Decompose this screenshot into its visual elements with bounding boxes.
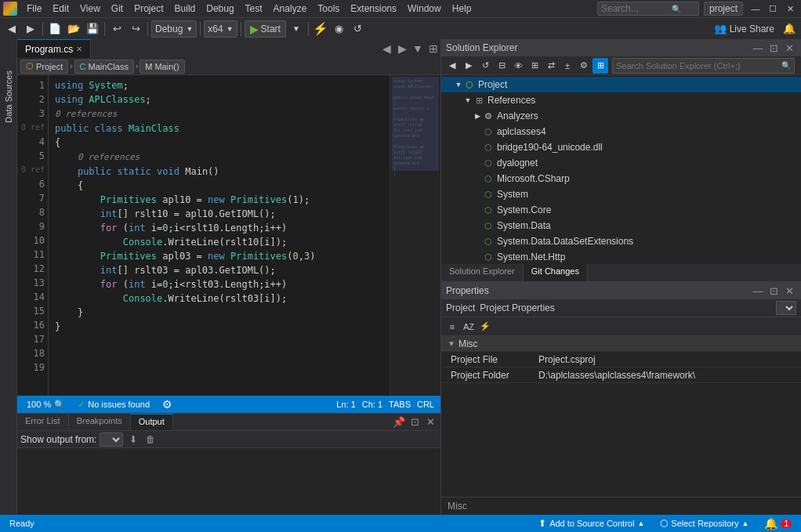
se-forward-button[interactable]: ▶ <box>461 58 477 74</box>
props-pin-button[interactable]: — <box>751 284 765 298</box>
props-row-project-file[interactable]: Project File Project.csproj <box>441 352 801 367</box>
menu-project[interactable]: Project <box>129 2 168 16</box>
no-issues[interactable]: ✓ No issues found <box>74 400 153 410</box>
tab-output[interactable]: Output <box>131 414 173 430</box>
tab-scroll-right[interactable]: ▶ <box>395 40 409 57</box>
menu-extensions[interactable]: Extensions <box>346 2 401 16</box>
clear-output-button[interactable]: 🗑 <box>143 432 158 447</box>
list-item[interactable]: ⬡ System.Data <box>441 218 801 233</box>
se-properties-button[interactable]: ⊞ <box>593 58 608 74</box>
se-float-button[interactable]: ⊡ <box>767 41 781 55</box>
back-button[interactable]: ◀ <box>3 20 20 38</box>
list-item[interactable]: ⬡ bridge190-64_unicode.dll <box>441 139 801 155</box>
list-item[interactable]: ⬡ System.Data.DataSetExtensions <box>441 233 801 249</box>
se-filter-button[interactable]: ⊞ <box>527 58 542 74</box>
props-float-button[interactable]: ⊡ <box>767 284 781 298</box>
props-events-button[interactable]: ⚡ <box>477 319 493 335</box>
props-row-project-folder[interactable]: Project Folder D:\aplclasses\aplclasses4… <box>441 367 801 383</box>
list-item[interactable]: ⬡ System.Net.Http <box>441 249 801 264</box>
se-refresh-button[interactable]: ↺ <box>477 58 493 74</box>
tree-toggle-project[interactable]: ▼ <box>454 80 463 89</box>
reload-button[interactable]: ↺ <box>350 20 367 38</box>
props-categories-button[interactable]: ≡ <box>444 319 460 335</box>
menu-file[interactable]: File <box>22 2 46 16</box>
tree-project[interactable]: ▼ ⬡ Project <box>441 77 801 92</box>
tree-toggle-analyzers[interactable]: ▶ <box>473 111 482 121</box>
undo-button[interactable]: ↩ <box>108 20 125 38</box>
output-source-dropdown[interactable] <box>100 432 123 447</box>
tree-references[interactable]: ▼ ⊞ References <box>441 92 801 108</box>
editor-config[interactable]: ⚙ <box>159 398 176 411</box>
tab-error-list[interactable]: Error List <box>17 414 69 430</box>
se-sync-button[interactable]: ⇄ <box>543 58 559 74</box>
menu-edit[interactable]: Edit <box>48 2 74 16</box>
profile-button[interactable]: ◉ <box>331 20 348 38</box>
minimize-button[interactable]: — <box>748 2 763 16</box>
list-item[interactable]: ⬡ Microsoft.CSharp <box>441 171 801 186</box>
zoom-level[interactable]: 100 % 🔍 <box>24 400 68 410</box>
se-more-button[interactable]: ⚙ <box>576 58 592 74</box>
breadcrumb-project[interactable]: ⬡ Project <box>20 60 68 74</box>
se-search-input[interactable] <box>616 61 781 71</box>
menu-debug[interactable]: Debug <box>201 2 238 16</box>
tab-close-icon[interactable]: ✕ <box>76 45 82 53</box>
tab-scroll-left[interactable]: ◀ <box>379 40 393 57</box>
data-sources-label[interactable]: Data Sources <box>4 71 13 123</box>
se-pin-button[interactable]: — <box>751 41 765 55</box>
breadcrumb-method[interactable]: M Main() <box>140 60 184 74</box>
attach-button[interactable]: ⚡ <box>312 20 329 38</box>
select-repository[interactable]: ⬡ Select Repository ▲ <box>657 518 752 529</box>
open-button[interactable]: 📂 <box>65 20 82 38</box>
notifications-button[interactable]: 🔔 <box>781 20 798 38</box>
tree-toggle-references[interactable]: ▼ <box>463 96 473 105</box>
properties-subject-dropdown[interactable] <box>776 301 796 315</box>
scroll-to-end-button[interactable]: ⬇ <box>126 432 140 447</box>
save-all-button[interactable]: 💾 <box>84 20 101 38</box>
forward-button[interactable]: ▶ <box>22 20 39 38</box>
tab-breakpoints[interactable]: Breakpoints <box>69 414 131 430</box>
platform-dropdown[interactable]: x64 ▼ <box>204 20 237 38</box>
menu-test[interactable]: Test <box>241 2 267 16</box>
se-tab-git-changes[interactable]: Git Changes <box>524 264 588 281</box>
se-collapse-button[interactable]: ⊟ <box>494 58 509 74</box>
close-button[interactable]: ✕ <box>782 2 798 16</box>
list-item[interactable]: ⬡ System <box>441 186 801 202</box>
bottom-panel-pin[interactable]: 📌 <box>392 415 406 429</box>
bottom-panel-close[interactable]: ✕ <box>423 415 437 429</box>
tab-new[interactable]: ⊞ <box>426 40 440 57</box>
notifications-bell[interactable]: 🔔 1 <box>761 517 795 530</box>
menu-tools[interactable]: Tools <box>313 2 344 16</box>
run-button[interactable]: ▶ Start <box>245 20 286 38</box>
new-file-button[interactable]: 📄 <box>46 20 63 38</box>
se-search-box[interactable]: 🔍 <box>612 58 795 74</box>
redo-button[interactable]: ↪ <box>127 20 144 38</box>
editor-tab-program-cs[interactable]: Program.cs ✕ <box>17 39 91 58</box>
menu-search-input[interactable] <box>601 3 672 14</box>
menu-window[interactable]: Window <box>403 2 446 16</box>
menu-build[interactable]: Build <box>170 2 201 16</box>
se-tab-solution-explorer[interactable]: Solution Explorer <box>441 264 524 281</box>
liveshare-button[interactable]: 👥 Live Share <box>709 21 779 36</box>
se-git-status-button[interactable]: ± <box>560 58 575 74</box>
list-item[interactable]: ⬡ System.Core <box>441 202 801 218</box>
code-content[interactable]: using System; using APLClasses; 0 refere… <box>49 75 390 396</box>
menu-search-box[interactable]: 🔍 <box>597 2 699 16</box>
menu-analyze[interactable]: Analyze <box>269 2 312 16</box>
bottom-panel-float[interactable]: ⊡ <box>408 415 422 429</box>
props-close-button[interactable]: ✕ <box>782 284 796 298</box>
list-item[interactable]: ⬡ dyalognet <box>441 155 801 171</box>
menu-view[interactable]: View <box>75 2 105 16</box>
menu-git[interactable]: Git <box>107 2 128 16</box>
add-to-source-control[interactable]: ⬆ Add to Source Control ▲ <box>535 518 647 529</box>
se-show-all-button[interactable]: 👁 <box>510 58 526 74</box>
props-alpha-button[interactable]: AZ <box>461 319 477 335</box>
run-variant-button[interactable]: ▼ <box>288 20 305 38</box>
tree-analyzers[interactable]: ▶ ⚙ Analyzers <box>441 108 801 124</box>
se-back-button[interactable]: ◀ <box>444 58 460 74</box>
debug-config-dropdown[interactable]: Debug ▼ <box>151 20 197 38</box>
menu-help[interactable]: Help <box>448 2 477 16</box>
tab-dropdown[interactable]: ▼ <box>411 40 425 57</box>
maximize-button[interactable]: ☐ <box>765 2 781 16</box>
breadcrumb-class[interactable]: C MainClass <box>74 60 134 74</box>
se-close-button[interactable]: ✕ <box>782 41 796 55</box>
